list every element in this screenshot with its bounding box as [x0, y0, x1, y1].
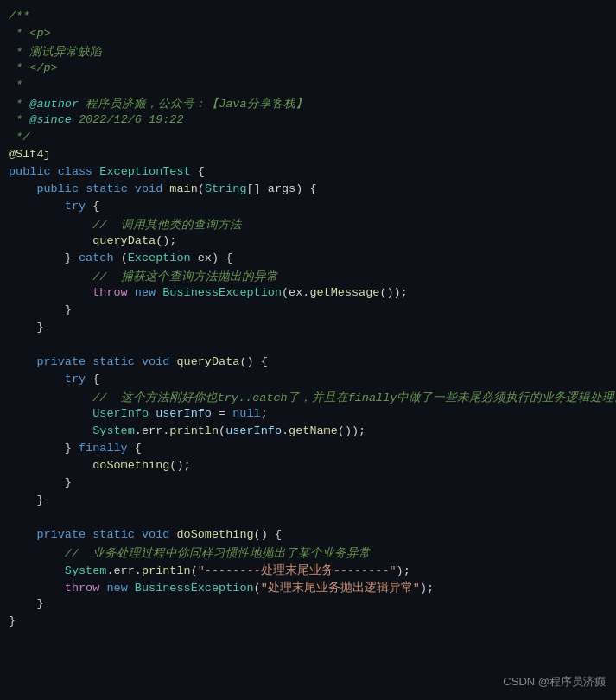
code-line-11: public static void main(String[] args) { — [0, 181, 616, 199]
code-line-1: /** — [0, 9, 616, 26]
code-line-23: // 这个方法刚好你也try..catch了，并且在finally中做了一些未尾… — [0, 389, 616, 406]
code-line-26: } finally { — [0, 441, 616, 458]
code-line-20 — [0, 337, 616, 354]
code-line-7: * @since 2022/12/6 19:22 — [0, 112, 616, 130]
code-line-12: try { — [0, 199, 616, 216]
code-line-21: private static void queryData() { — [0, 354, 616, 372]
code-line-36: } — [0, 614, 616, 631]
code-line-18: } — [0, 302, 616, 320]
code-editor: /** * <p> * 测试异常缺陷 * </p> * * @author 程序… — [0, 0, 616, 700]
code-line-27: doSomething(); — [0, 458, 616, 475]
code-line-34: throw new BusinessException("处理末尾业务抛出逻辑异… — [0, 579, 616, 596]
code-line-31: private static void doSomething() { — [0, 527, 616, 544]
code-line-28: } — [0, 475, 616, 493]
code-line-30 — [0, 510, 616, 527]
code-line-3: * 测试异常缺陷 — [0, 43, 616, 60]
code-line-17: throw new BusinessException(ex.getMessag… — [0, 285, 616, 302]
code-line-14: queryData(); — [0, 233, 616, 251]
code-line-33: System.err.println("--------处理末尾业务------… — [0, 562, 616, 579]
code-line-35: } — [0, 596, 616, 614]
code-line-9: @Slf4j — [0, 147, 616, 164]
code-line-19: } — [0, 320, 616, 337]
code-line-6: * @author 程序员济癫，公众号：【Java分享客栈】 — [0, 95, 616, 112]
code-line-13: // 调用其他类的查询方法 — [0, 216, 616, 233]
code-line-15: } catch (Exception ex) { — [0, 251, 616, 268]
code-line-32: // 业务处理过程中你同样习惯性地抛出了某个业务异常 — [0, 544, 616, 562]
code-line-24: UserInfo userInfo = null; — [0, 406, 616, 423]
code-line-5: * — [0, 78, 616, 95]
code-line-4: * </p> — [0, 60, 616, 78]
code-line-8: */ — [0, 130, 616, 147]
code-line-10: public class ExceptionTest { — [0, 164, 616, 181]
watermark: CSDN @程序员济癫 — [503, 674, 606, 690]
code-line-25: System.err.println(userInfo.getName()); — [0, 423, 616, 441]
code-line-29: } — [0, 493, 616, 510]
code-line-2: * <p> — [0, 26, 616, 43]
code-line-16: // 捕获这个查询方法抛出的异常 — [0, 268, 616, 285]
code-line-22: try { — [0, 372, 616, 389]
